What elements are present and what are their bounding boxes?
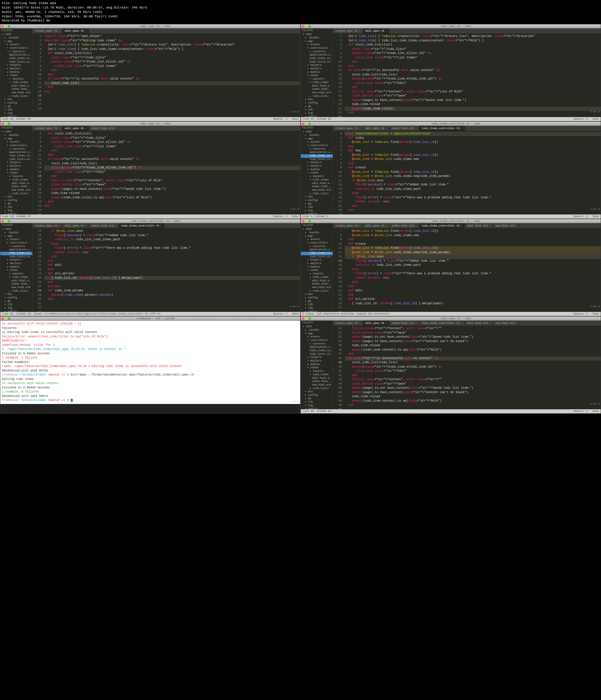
tree-item[interactable]: ▸ lib (0, 206, 32, 209)
tab[interactable]: edit_spec.rb× (363, 223, 389, 228)
close-tab-icon[interactable]: × (385, 30, 387, 32)
tree-item[interactable]: application_controller.rb (301, 346, 333, 349)
tree-item[interactable]: ▸ config (301, 296, 333, 300)
source-code[interactable]: def visit_todo_list(list) visit class="s… (43, 131, 300, 215)
close-tab-icon[interactable]: × (515, 224, 517, 227)
tree-item[interactable]: ▾ odot (301, 33, 333, 36)
tree-item[interactable]: ▸ mailers (0, 67, 32, 71)
tree-item[interactable]: ▸ log (0, 306, 32, 310)
tree-item[interactable]: ▸ assets (301, 141, 333, 144)
window-titlebar[interactable]: todo_items_controller.rb — odot (0, 219, 300, 223)
tree-item[interactable]: ▸ layouts (301, 370, 333, 373)
tree-item[interactable]: ▸ layouts (301, 272, 333, 276)
tree-item[interactable]: ▸ models (0, 266, 32, 269)
tree-item[interactable]: new.html.erb (301, 91, 333, 95)
tree-item[interactable]: todo_lists_controller.rb (0, 255, 32, 259)
tab[interactable]: edit_spec.rb× (363, 126, 389, 131)
file-tree[interactable]: FOLDERS▾ odot▸ .bundle▾ app▸ assets▾ con… (0, 28, 32, 117)
window-titlebar[interactable]: edit_spec.rb — odot (0, 24, 300, 28)
zoom-icon[interactable] (308, 123, 311, 125)
tree-item[interactable]: ▸ db (0, 105, 32, 108)
tab[interactable]: edit_spec.rb× (363, 28, 389, 33)
tab[interactable]: todo_items_controller.rb× (419, 126, 465, 131)
tree-item[interactable]: ▸ models (0, 71, 32, 74)
minimize-icon[interactable] (305, 123, 308, 125)
tree-item[interactable]: ▸ todo_lists (0, 95, 32, 98)
tree-item[interactable]: ▸ assets (301, 43, 333, 47)
close-tab-icon[interactable]: × (359, 224, 360, 227)
tree-item[interactable]: index.html.erb (0, 185, 32, 189)
close-icon[interactable] (1, 220, 4, 222)
zoom-icon[interactable] (8, 318, 10, 320)
tree-item[interactable]: ▾ app (0, 40, 32, 44)
tree-item[interactable]: ▾ todo_items (0, 276, 32, 279)
tree-item[interactable]: index.html.erb (0, 282, 32, 286)
tree-item[interactable]: ▾ todo_items (0, 81, 32, 84)
close-tab-icon[interactable]: × (385, 322, 387, 324)
zoom-icon[interactable] (8, 220, 10, 222)
close-icon[interactable] (1, 123, 4, 125)
tree-item[interactable]: edit.html.erb (0, 279, 32, 283)
tree-item[interactable]: ▸ assets (0, 43, 32, 47)
tree-item[interactable]: ▾ odot (301, 325, 333, 329)
tree-item[interactable]: ▸ lib (301, 400, 333, 404)
tree-item[interactable]: ▸ mailers (0, 262, 32, 266)
code-editor[interactable]: 123456789101112131415161718require class… (32, 34, 300, 117)
minimize-icon[interactable] (5, 220, 7, 222)
tree-item[interactable]: ▾ views (301, 171, 333, 175)
close-tab-icon[interactable]: × (160, 224, 162, 227)
tree-item[interactable]: new.html.erb (0, 286, 32, 290)
tree-item[interactable]: ▾ todo_items (301, 81, 333, 84)
tree-item[interactable]: ▸ concerns (301, 148, 333, 151)
tree-item[interactable]: ▸ models (0, 168, 32, 172)
tree-item[interactable]: ▾ views (0, 269, 32, 272)
tree-item[interactable]: ▸ log (301, 209, 333, 213)
tree-item[interactable]: ▸ lib (0, 108, 32, 112)
tab[interactable]: index.html.erb× (89, 126, 119, 131)
tab[interactable]: index.html.erb× (389, 321, 419, 326)
tree-item[interactable]: ▸ concerns (301, 50, 333, 54)
tree-item[interactable]: application_controller.rb (301, 53, 333, 57)
tree-item[interactable]: todo_items_controller.rb (0, 252, 32, 255)
tree-item[interactable]: ▾ odot (0, 130, 32, 134)
tab[interactable]: index.html.erb× (389, 223, 419, 228)
tree-item[interactable]: ▸ helpers (0, 161, 32, 165)
tree-item[interactable]: new.html.erb (301, 189, 333, 192)
file-tree[interactable]: FOLDERS▾ odot▸ .bundle▾ app▸ assets▾ con… (301, 321, 333, 409)
tree-item[interactable]: ▸ layouts (0, 272, 32, 276)
tree-item[interactable]: ▸ log (0, 209, 32, 213)
close-tab-icon[interactable]: × (489, 224, 490, 227)
tree-item[interactable]: ▸ log (301, 306, 333, 310)
code-editor[interactable]: 3132333435363738394041424344454647484950… (333, 326, 601, 409)
file-tree[interactable]: FOLDERS▾ odot▸ .bundle▾ app▸ assets▾ con… (0, 126, 32, 215)
tree-item[interactable]: todo_lists_controller.rb (0, 60, 32, 64)
tree-item[interactable]: ▸ lib (301, 206, 333, 209)
tree-item[interactable]: ▾ controllers (0, 47, 32, 50)
tree-item[interactable]: todo_items_controller.rb (301, 252, 333, 255)
tree-item[interactable]: edit.html.erb (301, 182, 333, 185)
close-tab-icon[interactable]: × (489, 322, 490, 324)
tree-item[interactable]: ▾ todo_items (301, 178, 333, 182)
tree-item[interactable]: ▸ todo_lists (301, 290, 333, 293)
close-tab-icon[interactable]: × (385, 127, 387, 130)
tree-item[interactable]: todo_items_controller.rb (301, 154, 333, 158)
minimize-icon[interactable] (305, 220, 308, 222)
file-tree[interactable]: FOLDERS▾ odot▸ .bundle▾ app▸ assets▾ con… (301, 223, 333, 312)
close-tab-icon[interactable]: × (515, 322, 517, 324)
tree-item[interactable]: application_controller.rb (301, 151, 333, 154)
tree-item[interactable]: todo_lists_controller.rb (301, 353, 333, 356)
file-tree[interactable]: FOLDERS▾ odot▸ .bundle▾ app▸ assets▾ con… (301, 126, 333, 215)
close-tab-icon[interactable]: × (415, 224, 417, 227)
tree-item[interactable]: todo_items_controller.rb (0, 154, 32, 158)
tree-item[interactable]: new.html.erb (301, 286, 333, 290)
close-tab-icon[interactable]: × (58, 224, 60, 227)
close-tab-icon[interactable]: × (58, 30, 60, 32)
tree-item[interactable]: ▸ concerns (0, 245, 32, 249)
file-tree[interactable]: FOLDERS▾ odot▸ .bundle▾ app▸ assets▾ con… (0, 223, 32, 312)
close-tab-icon[interactable]: × (461, 127, 462, 130)
tree-item[interactable]: ▾ odot (0, 228, 32, 231)
zoom-icon[interactable] (308, 318, 311, 320)
tree-item[interactable]: ▸ layouts (301, 175, 333, 178)
tree-item[interactable]: ▾ views (301, 366, 333, 370)
tree-item[interactable]: ▸ .bundle (0, 134, 32, 137)
